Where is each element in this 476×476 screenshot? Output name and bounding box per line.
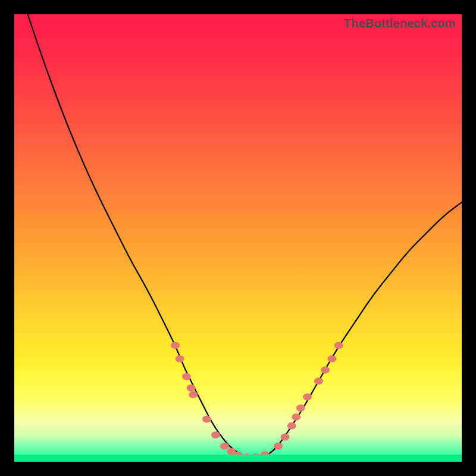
chart-frame: TheBottleneck.com <box>0 0 476 476</box>
marker-dot <box>202 416 211 423</box>
marker-dot <box>176 355 184 362</box>
marker-dot <box>171 342 180 349</box>
marker-dot <box>321 367 330 374</box>
highlight-markers <box>171 342 343 461</box>
marker-dot <box>287 422 296 430</box>
plot-area: TheBottleneck.com <box>14 14 462 462</box>
marker-dot <box>274 443 283 450</box>
marker-dot <box>296 405 305 412</box>
marker-dot <box>220 443 229 450</box>
marker-dot <box>314 378 323 385</box>
chart-svg <box>14 14 462 462</box>
marker-dot <box>281 434 290 441</box>
marker-dot <box>292 414 300 421</box>
baseline-strip <box>14 455 462 462</box>
marker-dot <box>303 393 312 400</box>
marker-dot <box>211 431 220 439</box>
marker-dot <box>327 355 336 362</box>
marker-dot <box>189 391 198 398</box>
marker-dot <box>334 342 343 349</box>
marker-dot <box>182 373 191 380</box>
bottleneck-curve <box>28 14 462 458</box>
marker-dot <box>187 384 196 392</box>
